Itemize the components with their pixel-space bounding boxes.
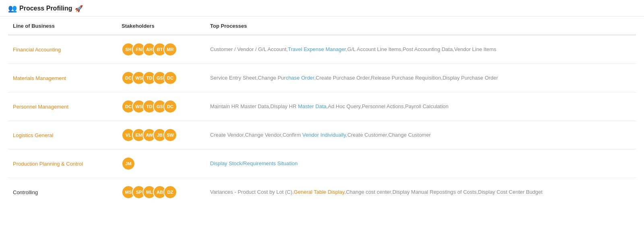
avatar-group: DCWSTDGSDC — [122, 100, 200, 113]
avatar-group: SHFNAHBTMR — [122, 43, 200, 56]
page-header: 👥 Process Profiling 🚀 — [0, 0, 644, 16]
rocket-icon: 🚀 — [75, 5, 83, 12]
processes-text: Variances - Product Cost by Lot (C),Gene… — [210, 189, 543, 195]
process-segment: Travel Expense Manager — [288, 46, 346, 52]
avatar: DZ — [163, 185, 177, 199]
process-segment: Create Vendor,Change Vendor,Confirm — [210, 132, 302, 138]
avatar-group: VLEMAWJBSW — [122, 128, 200, 142]
table-header-row: Line of Business Stakeholders Top Proces… — [8, 16, 636, 35]
processes-text: Customer / Vendor / G/L Account,Travel E… — [210, 46, 496, 52]
processes-text: Create Vendor,Change Vendor,Confirm Vend… — [210, 132, 431, 138]
process-segment: Variances - Product Cost by Lot (C), — [210, 189, 294, 195]
processes-text: Maintain HR Master Data,Display HR Maste… — [210, 103, 448, 109]
people-icon: 👥 — [8, 4, 17, 13]
table-row: Materials ManagementDCWSTDGSDCService En… — [8, 64, 636, 92]
process-segment: Master Data — [298, 103, 326, 109]
avatar-group: DCWSTDGSDC — [122, 71, 200, 85]
lob-text: Controlling — [13, 189, 38, 195]
page-title: Process Profiling — [19, 5, 72, 12]
process-segment: ,G/L Account Line Items,Post Accounting … — [346, 46, 496, 52]
lob-link[interactable]: Production Planning & Control — [13, 161, 83, 167]
processes-text: Display Stock/Requirements Situation — [210, 160, 298, 166]
process-segment: Vendor Individually — [302, 132, 346, 138]
col-header-processes: Top Processes — [205, 16, 636, 35]
main-table: Line of Business Stakeholders Top Proces… — [8, 16, 636, 206]
process-segment: Display Stock/Requirements Situation — [210, 160, 298, 166]
table-container: Line of Business Stakeholders Top Proces… — [0, 16, 644, 206]
table-row: Financial AccountingSHFNAHBTMRCustomer /… — [8, 35, 636, 64]
lob-link[interactable]: Financial Accounting — [13, 47, 61, 53]
process-segment: Maintain HR Master Data,Display HR — [210, 103, 298, 109]
avatar-group: JM — [122, 157, 200, 170]
avatar: DC — [163, 100, 177, 113]
process-segment: Customer / Vendor / G/L Account — [210, 46, 287, 52]
process-segment: ,Create Purchase Order,Release Purchase … — [314, 75, 498, 81]
col-header-stakeholders: Stakeholders — [117, 16, 205, 35]
avatar-group: MSSPMLABDZ — [122, 185, 200, 199]
avatar: SW — [163, 128, 177, 142]
lob-link[interactable]: Materials Management — [13, 75, 66, 81]
processes-text: Service Entry Sheet,Change Purchase Orde… — [210, 75, 498, 81]
avatar: JM — [122, 157, 135, 170]
process-segment: ,Create Customer,Change Customer — [346, 132, 431, 138]
table-row: Production Planning & ControlJMDisplay S… — [8, 150, 636, 178]
table-row: Personnel ManagementDCWSTDGSDCMaintain H… — [8, 92, 636, 121]
avatar: DC — [163, 71, 177, 85]
lob-link[interactable]: Logistics General — [13, 132, 53, 138]
process-segment: Service Entry Sheet,Change Pur — [210, 75, 286, 81]
process-segment: General Table Display — [294, 189, 345, 195]
col-header-lob: Line of Business — [8, 16, 117, 35]
table-row: Logistics GeneralVLEMAWJBSWCreate Vendor… — [8, 121, 636, 150]
process-segment: ,Ad Hoc Query,Personnel Actions,Payroll … — [326, 103, 448, 109]
process-segment: ,Change cost center,Display Manual Repos… — [345, 189, 543, 195]
process-segment: chase Order — [286, 75, 314, 81]
lob-link[interactable]: Personnel Management — [13, 104, 68, 110]
avatar: MR — [163, 43, 177, 56]
table-row: ControllingMSSPMLABDZVariances - Product… — [8, 178, 636, 207]
